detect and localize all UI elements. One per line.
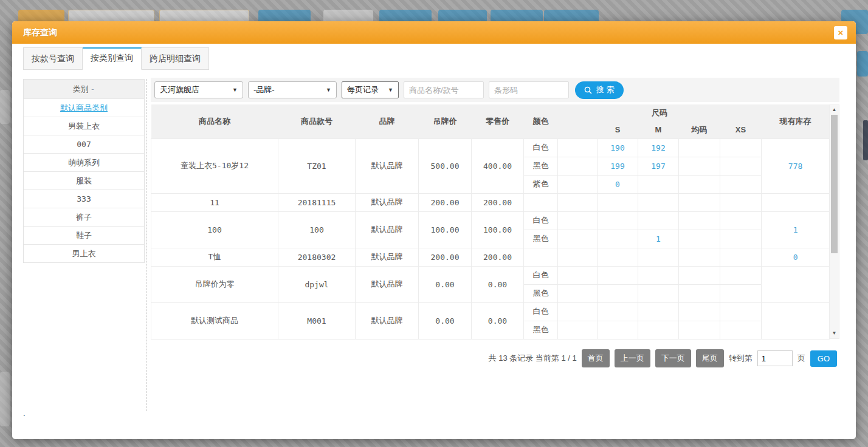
table-row: 100 100 默认品牌 100.00 100.00 白色 1	[151, 211, 830, 230]
background-left-panel	[0, 90, 10, 124]
cell-stock	[762, 193, 830, 211]
inventory-table: 商品名称 商品款号 品牌 吊牌价 零售价 颜色 尺码 现有库存 S	[151, 104, 830, 340]
cell-size-qty	[720, 211, 762, 230]
go-button[interactable]: GO	[810, 350, 837, 367]
sidebar-item-category[interactable]: 男装上衣	[24, 117, 144, 135]
product-search-input[interactable]	[404, 81, 484, 98]
table-header: 商品名称 商品款号 品牌 吊牌价 零售价 颜色 尺码 现有库存 S	[151, 104, 830, 138]
cell-brand: 默认品牌	[356, 211, 419, 248]
tab-cross-store-detail[interactable]: 跨店明细查询	[142, 47, 209, 70]
search-button[interactable]: 搜 索	[575, 81, 624, 99]
page-number-input[interactable]	[757, 350, 793, 366]
sidebar-item-category[interactable]: 鞋子	[24, 226, 144, 244]
goto-page-label: 转到第	[729, 353, 753, 364]
cell-stock[interactable]: 778	[762, 138, 830, 193]
cell-size-qty[interactable]: 192	[638, 138, 679, 157]
sidebar-item-category[interactable]: 333	[24, 189, 144, 208]
col-header-style-number: 商品款号	[278, 104, 356, 138]
sidebar-item-category[interactable]: 萌萌系列	[24, 153, 144, 171]
brand-select-value: -品牌-	[253, 84, 275, 95]
sidebar-item-category[interactable]: 男上衣	[24, 244, 144, 262]
cell-size-qty	[679, 284, 720, 302]
cell-size-qty[interactable]: 199	[598, 157, 638, 175]
page-size-select-value: 每页记录	[347, 84, 379, 95]
cell-size-qty	[679, 302, 720, 321]
table-row: 童装上衣5-10岁12 TZ01 默认品牌 500.00 400.00 白色 1…	[151, 138, 830, 157]
prev-page-button[interactable]: 上一页	[615, 349, 650, 367]
cell-size-qty	[720, 175, 762, 193]
cell-style-number: 20180302	[278, 248, 356, 266]
cell-size-qty	[598, 284, 638, 302]
cell-stock[interactable]: 0	[762, 248, 830, 266]
cell-product-name: T恤	[151, 248, 278, 266]
cell-size-qty	[598, 321, 638, 339]
table-body: 童装上衣5-10岁12 TZ01 默认品牌 500.00 400.00 白色 1…	[151, 138, 830, 339]
sidebar-item-default-category[interactable]: 默认商品类别	[24, 98, 144, 117]
cell-brand: 默认品牌	[356, 302, 419, 339]
cell-size-qty[interactable]: 1	[638, 230, 679, 248]
cell-style-number: TZ01	[278, 138, 356, 193]
barcode-input[interactable]	[489, 81, 569, 98]
cell-size-qty	[638, 211, 679, 230]
scroll-down-icon[interactable]: ▼	[830, 330, 839, 337]
sidebar-item-category[interactable]: 007	[24, 135, 144, 153]
close-button[interactable]: ×	[834, 26, 847, 39]
category-sidebar: 类别- 默认商品类别 男装上衣 007 萌萌系列 服装 333 裤子 鞋子 男上…	[23, 79, 145, 263]
last-page-button[interactable]: 尾页	[696, 349, 724, 367]
page-size-select[interactable]: 每页记录 ▼	[342, 81, 399, 98]
cell-retail-price: 100.00	[472, 211, 524, 248]
store-select[interactable]: 天河旗舰店 ▼	[154, 81, 243, 98]
cell-size-qty	[720, 266, 762, 284]
stray-dot: .	[23, 409, 26, 418]
table-row: T恤 20180302 默认品牌 200.00 200.00 0	[151, 248, 830, 266]
tab-bar: 按款号查询 按类别查询 跨店明细查询	[23, 47, 209, 70]
category-header: 类别-	[24, 80, 144, 98]
store-select-value: 天河旗舰店	[160, 84, 199, 95]
collapse-icon[interactable]: -	[91, 84, 95, 94]
cell-size-qty	[720, 138, 762, 157]
cell-size-qty	[638, 266, 679, 284]
cell-size-qty	[720, 193, 762, 211]
sidebar-item-category[interactable]: 裤子	[24, 208, 144, 226]
scrollbar-thumb[interactable]	[831, 115, 838, 253]
filter-bar: 天河旗舰店 ▼ -品牌- ▼ 每页记录 ▼	[151, 78, 839, 102]
tab-query-by-category[interactable]: 按类别查询	[83, 47, 142, 70]
cell-size-qty	[679, 138, 720, 157]
cell-size-qty	[598, 230, 638, 248]
cell-tag-price: 200.00	[419, 193, 472, 211]
table-row: 吊牌价为零 dpjwl 默认品牌 0.00 0.00 白色	[151, 266, 830, 284]
inventory-table-wrap: 商品名称 商品款号 品牌 吊牌价 零售价 颜色 尺码 现有库存 S	[151, 104, 839, 339]
cell-color: 黑色	[524, 321, 558, 339]
cell-size-qty	[558, 266, 598, 284]
tab-query-by-style[interactable]: 按款号查询	[23, 47, 83, 70]
cell-product-name: 默认测试商品	[151, 302, 278, 339]
cell-size-qty	[558, 211, 598, 230]
cell-stock[interactable]: 1	[762, 211, 830, 248]
next-page-button[interactable]: 下一页	[655, 349, 691, 367]
scroll-up-icon[interactable]: ▲	[830, 106, 839, 114]
col-header-color: 颜色	[524, 104, 558, 138]
chevron-down-icon: ▼	[232, 87, 238, 93]
cell-size-qty[interactable]: 197	[638, 157, 679, 175]
cell-size-qty[interactable]: 190	[598, 138, 638, 157]
cell-product-name: 童装上衣5-10岁12	[151, 138, 278, 193]
brand-select[interactable]: -品牌- ▼	[248, 81, 337, 98]
cell-size-qty	[720, 302, 762, 321]
cell-tag-price: 500.00	[419, 138, 472, 193]
cell-size-qty	[638, 284, 679, 302]
cell-size-qty[interactable]: 0	[598, 175, 638, 193]
search-button-label: 搜 索	[596, 84, 615, 95]
table-header-row: 商品名称 商品款号 品牌 吊牌价 零售价 颜色 尺码 现有库存	[151, 104, 830, 121]
cell-size-qty	[679, 230, 720, 248]
table-scrollbar[interactable]: ▲ ▼	[829, 104, 839, 339]
cell-color: 白色	[524, 138, 558, 157]
cell-color: 紫色	[524, 175, 558, 193]
first-page-button[interactable]: 首页	[582, 349, 610, 367]
col-header-size-group: 尺码	[558, 104, 762, 121]
cell-size-qty	[598, 248, 638, 266]
cell-size-qty	[638, 175, 679, 193]
cell-color: 白色	[524, 302, 558, 321]
sidebar-item-category[interactable]: 服装	[24, 171, 144, 189]
cell-style-number: dpjwl	[278, 266, 356, 302]
cell-retail-price: 0.00	[472, 302, 524, 339]
